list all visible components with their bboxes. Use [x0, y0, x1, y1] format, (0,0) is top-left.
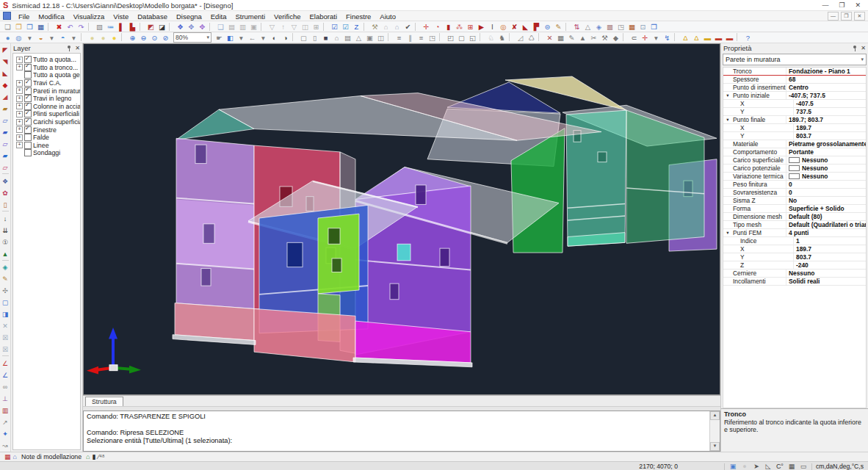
- error-list-icon[interactable]: ▦: [4, 452, 11, 461]
- shade-mode-icon[interactable]: ◍: [13, 33, 24, 43]
- property-row[interactable]: Indice 1: [723, 237, 866, 245]
- hook-icon[interactable]: ⊂: [629, 33, 640, 43]
- beam-wood-icon[interactable]: ▰: [1, 103, 10, 115]
- remove-3-icon[interactable]: ☒: [1, 344, 10, 355]
- layer-checkbox[interactable]: [24, 64, 32, 71]
- save-icon[interactable]: ▦: [35, 22, 46, 32]
- scroll-up-icon[interactable]: ▲: [710, 411, 720, 420]
- dropdown-arrow-icon[interactable]: ▾: [46, 33, 57, 43]
- expander-icon[interactable]: [16, 87, 23, 94]
- window-opening-icon[interactable]: ▢: [1, 297, 10, 308]
- 3d-viewport[interactable]: [83, 43, 720, 395]
- render-status-icon[interactable]: ▣: [727, 463, 739, 470]
- toolbar-icon[interactable]: [538, 33, 543, 41]
- modify-icon[interactable]: ⚒: [599, 33, 610, 43]
- select-window-icon[interactable]: ▢: [298, 33, 309, 43]
- beam-tool-icon[interactable]: ▶: [476, 22, 487, 32]
- expander-icon[interactable]: [16, 80, 23, 87]
- wall-masonry-icon[interactable]: ◣: [1, 68, 10, 79]
- axis-icon[interactable]: ✣: [1, 285, 10, 297]
- verify-icon[interactable]: ✔: [402, 22, 413, 32]
- slope-icon[interactable]: ▲: [1, 248, 10, 260]
- render-mode-icon[interactable]: ●: [2, 33, 13, 43]
- mdi-window-button[interactable]: ❐: [841, 12, 852, 21]
- layer-checkbox[interactable]: [24, 126, 32, 134]
- toolbar-icon[interactable]: [169, 23, 173, 31]
- table-tronchi-icon[interactable]: ▥: [237, 22, 248, 32]
- edit-geometry-icon[interactable]: ✎: [566, 33, 577, 43]
- dropdown-arrow-icon[interactable]: ▾: [24, 33, 35, 43]
- zoom-window-icon[interactable]: ⊙: [149, 33, 160, 43]
- property-row-materiale[interactable]: Materiale Pietrame grossolanamente squa: [723, 140, 866, 148]
- vertex-icon[interactable]: ◆: [610, 33, 621, 43]
- command-console[interactable]: Comando: TRASPARENZE E SPIGOLIComando: R…: [83, 411, 720, 452]
- filter4-icon[interactable]: ⊞: [311, 22, 322, 32]
- expander-icon[interactable]: [16, 111, 23, 118]
- toolbar-icon[interactable]: [415, 23, 419, 31]
- material-view-icon[interactable]: ◒: [35, 33, 46, 43]
- open-file-icon[interactable]: ❐: [13, 22, 24, 32]
- steel-profile-icon[interactable]: Ⅰ: [487, 22, 498, 32]
- entity-type-select[interactable]: Parete in muratura ▾: [723, 54, 867, 65]
- orbit-3d-icon[interactable]: ✥: [197, 22, 208, 32]
- model-3d-icon[interactable]: ❖: [175, 22, 186, 32]
- redo-icon[interactable]: ↷: [76, 22, 87, 32]
- property-row[interactable]: Tipo mesh Default (Quadrilateri o triang…: [723, 221, 866, 229]
- tie-icon[interactable]: ▱: [1, 162, 10, 173]
- document-icon[interactable]: [3, 12, 11, 20]
- menu-item[interactable]: Elaborati: [305, 12, 342, 21]
- grid-status-icon[interactable]: ▦: [786, 463, 798, 470]
- table-piani-icon[interactable]: ▣: [248, 22, 259, 32]
- delete-icon[interactable]: ✖: [54, 22, 65, 32]
- console-scrollbar[interactable]: ▲ ▼: [709, 411, 720, 451]
- filter-up-icon[interactable]: ↑: [278, 22, 289, 32]
- window[interactable]: [195, 145, 206, 163]
- wall-tool-icon[interactable]: ▮: [443, 22, 454, 32]
- layout-icon[interactable]: ◳: [615, 22, 626, 32]
- close-icon[interactable]: ✕: [75, 46, 80, 51]
- grid-tool-icon[interactable]: ⊞: [465, 22, 476, 32]
- dim-bar-red-icon[interactable]: ▬: [713, 33, 724, 43]
- layer-view-icon[interactable]: ▤: [342, 33, 353, 43]
- units-indicator[interactable]: cm,daN,deg,°C,s: [814, 463, 868, 470]
- split-view-icon[interactable]: ◫: [375, 33, 386, 43]
- expander-icon[interactable]: [16, 134, 23, 141]
- building-base-pink-mid[interactable]: [254, 308, 355, 361]
- shadow-icon[interactable]: ◐: [269, 33, 280, 43]
- check-model-icon[interactable]: ☑: [329, 22, 340, 32]
- menu-item[interactable]: Disegna: [172, 12, 206, 21]
- menu-item[interactable]: Modifica: [34, 12, 68, 21]
- menu-item[interactable]: Edita: [206, 12, 231, 21]
- menu-item[interactable]: Viste: [109, 12, 133, 21]
- layer-item[interactable]: Falde: [15, 134, 80, 142]
- polyline-icon[interactable]: ∠: [1, 369, 10, 381]
- zoom-out-icon[interactable]: ⊖: [138, 33, 149, 43]
- layer-checkbox[interactable]: [24, 142, 32, 149]
- window[interactable]: [332, 258, 341, 272]
- light-2-icon[interactable]: ●: [98, 33, 109, 43]
- wall2-tool-icon[interactable]: ▛: [531, 22, 542, 32]
- import-icon[interactable]: ❒: [24, 22, 35, 32]
- report-icon[interactable]: ❒: [648, 22, 659, 32]
- export-icon[interactable]: ⊡: [637, 22, 648, 32]
- menu-item[interactable]: Aiuto: [375, 12, 400, 21]
- toolbar-icon[interactable]: [140, 23, 144, 31]
- table-quote-icon[interactable]: ▤: [226, 22, 237, 32]
- list-icon[interactable]: ≔: [105, 22, 116, 32]
- plan-view-icon[interactable]: ▣: [364, 33, 375, 43]
- line-angle-icon[interactable]: ∠: [1, 358, 10, 369]
- dynamic-input-icon[interactable]: ↯: [662, 33, 673, 43]
- pan-icon[interactable]: ☛: [214, 33, 225, 43]
- expander-icon[interactable]: [16, 103, 23, 109]
- window[interactable]: [203, 224, 214, 243]
- load-case-icon[interactable]: ①: [1, 236, 10, 248]
- toolbar-icon[interactable]: [48, 23, 52, 31]
- property-row-tronco[interactable]: Tronco Fondazione - Piano 1: [723, 68, 866, 76]
- histogram-icon[interactable]: ▌: [116, 22, 127, 32]
- building-wall-lime[interactable]: [318, 214, 359, 294]
- points-tool-icon[interactable]: ⁂: [454, 22, 465, 32]
- pile-icon[interactable]: ✿: [1, 187, 10, 199]
- reinforce-icon[interactable]: ▩: [604, 22, 615, 32]
- circle-tool-icon[interactable]: ◎: [498, 22, 509, 32]
- truss-icon[interactable]: ▰: [1, 150, 10, 162]
